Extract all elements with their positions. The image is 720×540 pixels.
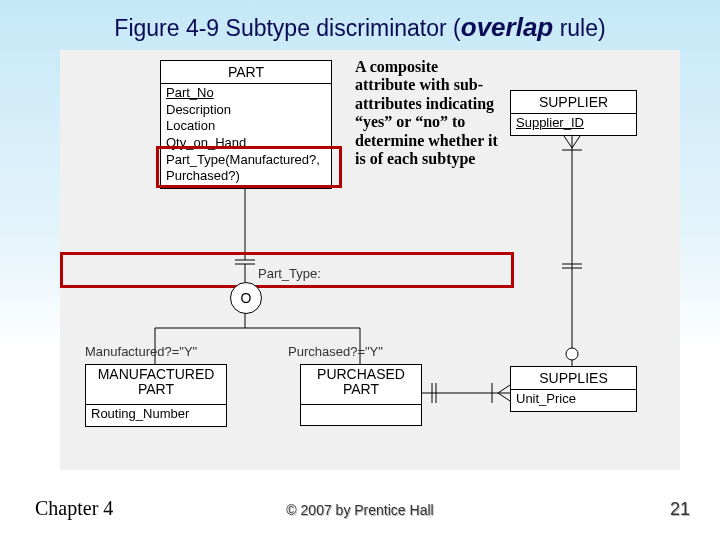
branch-label-manufactured: Manufactured?="Y" [85,344,197,359]
entity-supplier-name: SUPPLIER [511,91,636,114]
highlight-discriminator [60,252,514,288]
entity-purchased-part: PURCHASED PART [300,364,422,426]
title-suffix: rule) [553,15,605,41]
branch-label-purchased: Purchased?="Y" [288,344,383,359]
entity-manufactured-part: MANUFACTURED PART Routing_Number [85,364,227,427]
attr-location: Location [166,118,326,135]
diagram-canvas: PART Part_No Description Location Qty_on… [60,50,680,470]
attr-supplier-id: Supplier_ID [516,115,631,132]
svg-line-11 [498,385,510,393]
svg-line-12 [498,393,510,401]
entity-part-name: PART [161,61,331,84]
attr-description: Description [166,102,326,119]
entity-purch-name: PURCHASED PART [301,365,421,405]
footer-page-number: 21 [670,499,690,520]
footer-copyright: © 2007 by Prentice Hall [0,502,720,518]
title-prefix: Figure 4-9 Subtype discriminator ( [114,15,460,41]
title-emphasis: overlap [461,12,554,42]
svg-line-19 [572,136,580,148]
overlap-letter: O [241,290,252,306]
entity-supplies: SUPPLIES Unit_Price [510,366,637,412]
entity-supplier: SUPPLIER Supplier_ID [510,90,637,136]
svg-line-18 [564,136,572,148]
annotation-text: A composite attribute with sub-attribute… [355,58,500,168]
svg-point-20 [566,348,578,360]
page-title: Figure 4-9 Subtype discriminator (overla… [0,12,720,43]
overlap-circle: O [230,282,262,314]
entity-mfg-name: MANUFACTURED PART [86,365,226,405]
attr-part-no: Part_No [166,85,326,102]
attr-unit-price: Unit_Price [516,391,631,408]
highlight-parttype [156,146,342,188]
attr-routing-number: Routing_Number [91,406,221,423]
entity-supplies-name: SUPPLIES [511,367,636,390]
